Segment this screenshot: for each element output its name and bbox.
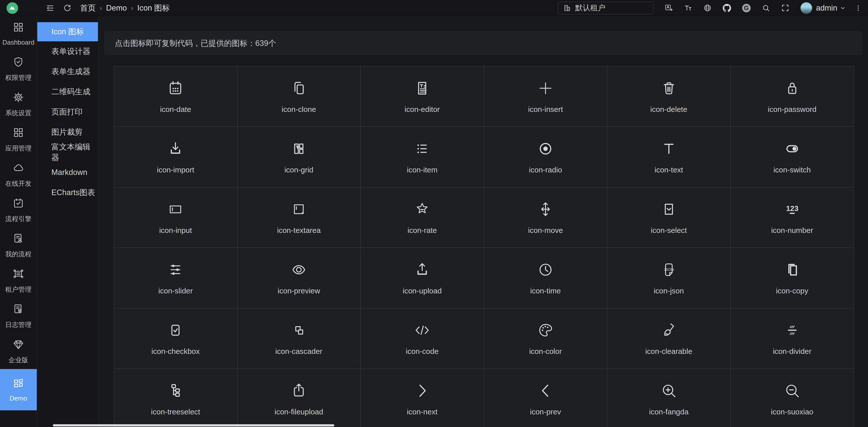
icon-card-label: icon-textarea [277, 226, 321, 235]
sidebar-item-[interactable]: 企业版 [0, 334, 37, 369]
submenu-item-[interactable]: 富文本编辑器 [37, 142, 98, 162]
icon-card-label: icon-move [528, 226, 563, 235]
icon-card-icon-preview[interactable]: icon-preview [238, 248, 361, 308]
sidebar-item-[interactable]: 系统设置 [0, 87, 37, 122]
icon-textarea [290, 200, 308, 219]
icon-card-icon-cascader[interactable]: icon-cascader [238, 308, 361, 369]
sidebar-item-dashboard[interactable]: Dashboard [0, 16, 37, 51]
tenant-select[interactable]: 默认租户 [558, 2, 653, 15]
icon-card-label: icon-checkbox [152, 347, 200, 356]
font-size-icon[interactable] [684, 4, 692, 12]
submenu-item-label: 表单生成器 [51, 66, 90, 77]
svg-text:JSON: JSON [663, 267, 674, 272]
icon-card-icon-slider[interactable]: icon-slider [114, 248, 238, 308]
icon-card-icon-select[interactable]: icon-select [607, 187, 731, 248]
icon-card-icon-divider[interactable]: icon-divider [731, 308, 854, 369]
icon-card-icon-copy[interactable]: icon-copy [731, 248, 854, 308]
icon-card-icon-textarea[interactable]: icon-textarea [238, 187, 361, 248]
icon-card-icon-delete[interactable]: icon-delete [607, 66, 731, 127]
app-logo[interactable] [6, 2, 18, 14]
icon-card-icon-item[interactable]: icon-item [361, 127, 484, 187]
breadcrumb-demo[interactable]: Demo [106, 3, 127, 12]
sidebar-item-label: Dashboard [2, 38, 34, 47]
mountain-logo-icon [8, 4, 17, 12]
cloud-icon [12, 162, 24, 175]
username[interactable]: admin [816, 3, 837, 12]
icon-select [660, 200, 678, 219]
icon-card-icon-switch[interactable]: icon-switch [731, 127, 854, 187]
icon-card-label: icon-upload [403, 287, 442, 295]
submenu-item-[interactable]: 表单设计器 [37, 41, 98, 61]
icon-card-icon-prev[interactable]: icon-prev [484, 369, 608, 427]
icon-card-label: icon-import [157, 166, 194, 174]
icon-card-icon-import[interactable]: icon-import [114, 127, 238, 187]
chevron-down-icon[interactable] [840, 5, 846, 11]
github-icon[interactable] [723, 4, 731, 12]
user-avatar[interactable] [801, 2, 812, 14]
icon-card-icon-clearable[interactable]: icon-clearable [607, 308, 731, 369]
icon-card-icon-rate[interactable]: icon-rate [361, 187, 484, 248]
gitee-icon[interactable]: G [742, 4, 751, 12]
icon-card-icon-text[interactable]: icon-text [607, 127, 731, 187]
submenu-item-label: ECharts图表 [51, 187, 95, 198]
icon-card-icon-code[interactable]: icon-code [361, 308, 484, 369]
globe-icon[interactable] [703, 4, 712, 12]
sidebar-item-label: 日志管理 [5, 320, 31, 329]
icon-card-icon-suoxiao[interactable]: icon-suoxiao [731, 369, 854, 427]
icon-card-icon-date[interactable]: icon-date [114, 66, 238, 127]
shield-check-icon [12, 56, 24, 69]
icon-card-icon-next[interactable]: icon-next [361, 369, 484, 427]
icon-card-icon-checkbox[interactable]: icon-checkbox [114, 308, 238, 369]
sidebar-item-[interactable]: 流程引擎 [0, 193, 37, 228]
building-icon [563, 4, 571, 12]
icon-card-icon-fangda[interactable]: icon-fangda [607, 369, 731, 427]
icon-card-label: icon-grid [284, 166, 313, 174]
sidebar-item-[interactable]: 应用管理 [0, 122, 37, 157]
refresh-icon[interactable] [63, 4, 71, 12]
horizontal-scrollbar-thumb[interactable] [53, 424, 334, 427]
sidebar-item-[interactable]: 我的流程 [0, 228, 37, 263]
sidebar-item-[interactable]: 权限管理 [0, 51, 37, 87]
icon-card-icon-json[interactable]: JSON icon-json [607, 248, 731, 308]
search-icon[interactable] [762, 4, 770, 12]
icon-card-icon-time[interactable]: icon-time [484, 248, 608, 308]
submenu-item-[interactable]: 二维码生成 [37, 82, 98, 102]
submenu-item-[interactable]: 页面打印 [37, 102, 98, 122]
icon-card-icon-insert[interactable]: icon-insert [484, 66, 608, 127]
primary-sidebar: Dashboard 权限管理 系统设置 应用管理 在线开发 流程引擎 我的流程 … [0, 16, 37, 427]
sidebar-item-demo[interactable]: Demo [0, 369, 37, 410]
icon-card-icon-password[interactable]: icon-password [731, 66, 854, 127]
icon-card-icon-color[interactable]: icon-color [484, 308, 608, 369]
icon-insert [537, 79, 554, 98]
icon-card-icon-clone[interactable]: icon-clone [238, 66, 361, 127]
submenu-item-[interactable]: 表单生成器 [37, 61, 98, 82]
icon-card-icon-radio[interactable]: icon-radio [484, 127, 608, 187]
submenu-item-[interactable]: 图片裁剪 [37, 122, 98, 142]
breadcrumb-home[interactable]: 首页 [80, 3, 96, 13]
submenu-item-label: 图片裁剪 [51, 127, 83, 137]
sidebar-item-[interactable]: 租户管理 [0, 263, 37, 298]
icon-card-icon-fileupload[interactable]: icon-fileupload [238, 369, 361, 427]
sidebar-item-label: 在线开发 [5, 179, 31, 188]
icon-number: 123 [783, 200, 801, 219]
collapse-sidebar-icon[interactable] [46, 4, 54, 12]
submenu-item-icon[interactable]: Icon 图标 [37, 22, 98, 41]
icon-card-label: icon-cascader [275, 347, 322, 356]
icon-card-icon-move[interactable]: icon-move [484, 187, 608, 248]
submenu-item-echarts[interactable]: ECharts图表 [37, 182, 98, 203]
submenu-item-markdown[interactable]: Markdown [37, 162, 98, 182]
icon-card-icon-upload[interactable]: icon-upload [361, 248, 484, 308]
icon-card-icon-number[interactable]: 123 icon-number [731, 187, 854, 248]
icon-card-icon-input[interactable]: icon-input [114, 187, 238, 248]
icon-clone [290, 79, 308, 98]
icon-card-icon-treeselect[interactable]: icon-treeselect [114, 369, 238, 427]
sidebar-item-[interactable]: 在线开发 [0, 157, 37, 193]
more-options-icon[interactable] [855, 4, 862, 12]
icon-card-icon-grid[interactable]: icon-grid [238, 127, 361, 187]
icon-input [167, 200, 184, 219]
sidebar-item-[interactable]: 日志管理 [0, 298, 37, 334]
fullscreen-icon[interactable] [781, 4, 789, 12]
secondary-sidebar: Icon 图标 表单设计器 表单生成器 二维码生成 页面打印 图片裁剪 富文本编… [37, 16, 98, 427]
icon-card-icon-editor[interactable]: icon-editor [361, 66, 484, 127]
translate-icon[interactable] [664, 4, 673, 12]
